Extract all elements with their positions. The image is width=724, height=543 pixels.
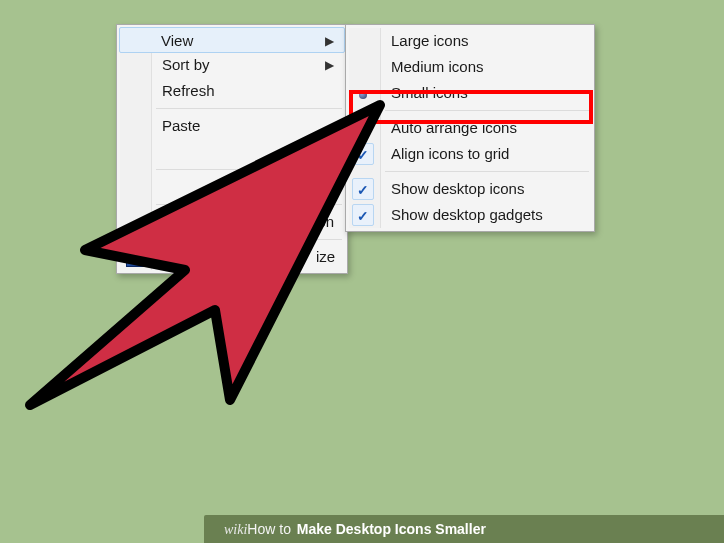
menu-item-label: Refresh [162, 82, 215, 99]
menu-item-label: ize [316, 248, 335, 265]
menu-item-label: Paste [162, 117, 200, 134]
view-submenu: Large icons Medium icons Small icons Aut… [345, 24, 595, 232]
submenu-item-show-desktop-gadgets[interactable]: ✓ Show desktop gadgets [349, 202, 591, 228]
menu-item-refresh[interactable]: Refresh [120, 78, 344, 104]
radio-slot-selected [352, 82, 374, 104]
menu-item-label [162, 178, 166, 195]
checkbox-slot-checked: ✓ [352, 204, 374, 226]
checkbox-slot-checked: ✓ [352, 178, 374, 200]
menu-item-label: Large icons [391, 32, 469, 49]
menu-item-paste[interactable]: Paste [120, 113, 344, 139]
desktop-context-menu: View ▶ Sort by ▶ Refresh Paste ▶ tion P … [116, 24, 348, 274]
menu-item-p-fragment: P [162, 244, 172, 270]
bullet-icon [359, 91, 367, 99]
menu-item-new[interactable]: ▶ [120, 174, 344, 200]
menu-item-label: View [161, 32, 193, 49]
menu-item-label: Align icons to grid [391, 145, 509, 162]
check-icon: ✓ [357, 147, 369, 163]
menu-separator [385, 171, 589, 172]
submenu-item-align-to-grid[interactable]: ✓ Align icons to grid [349, 141, 591, 167]
submenu-arrow-icon: ▶ [325, 28, 334, 54]
submenu-item-small-icons[interactable]: Small icons [349, 80, 591, 106]
menu-item-label: Show desktop icons [391, 180, 524, 197]
menu-item-view[interactable]: View ▶ [119, 27, 345, 53]
submenu-item-auto-arrange[interactable]: Auto arrange icons [349, 115, 591, 141]
menu-item-screen-resolution[interactable]: tion [120, 209, 344, 235]
menu-item-label: Auto arrange icons [391, 119, 517, 136]
radio-slot [352, 56, 374, 78]
menu-separator [156, 204, 342, 205]
submenu-arrow-icon: ▶ [325, 52, 334, 78]
menu-item-sort-by[interactable]: Sort by ▶ [120, 52, 344, 78]
menu-item-label: Medium icons [391, 58, 484, 75]
menu-separator [156, 239, 342, 240]
menu-item-label: tion [310, 213, 334, 230]
checkbox-slot-checked: ✓ [352, 143, 374, 165]
menu-item-label: Show desktop gadgets [391, 206, 543, 223]
personalize-icon [126, 247, 146, 267]
checkbox-slot [352, 117, 374, 139]
menu-item-label: Small icons [391, 84, 468, 101]
article-title: Make Desktop Icons Smaller [297, 521, 486, 537]
menu-separator [156, 108, 342, 109]
menu-separator [385, 110, 589, 111]
menu-item-personalize[interactable]: P ize [120, 244, 344, 270]
check-icon: ✓ [357, 182, 369, 198]
menu-item-obscured[interactable] [120, 139, 344, 165]
submenu-arrow-icon: ▶ [325, 174, 334, 200]
submenu-item-medium-icons[interactable]: Medium icons [349, 54, 591, 80]
check-icon: ✓ [357, 208, 369, 224]
brand-suffix: How to [247, 521, 291, 537]
submenu-item-show-desktop-icons[interactable]: ✓ Show desktop icons [349, 176, 591, 202]
radio-slot [352, 30, 374, 52]
wikihow-banner: wikiHow to Make Desktop Icons Smaller [204, 515, 724, 543]
menu-separator [156, 169, 342, 170]
brand-prefix: wiki [224, 522, 247, 537]
menu-item-label: Sort by [162, 56, 210, 73]
submenu-item-large-icons[interactable]: Large icons [349, 28, 591, 54]
